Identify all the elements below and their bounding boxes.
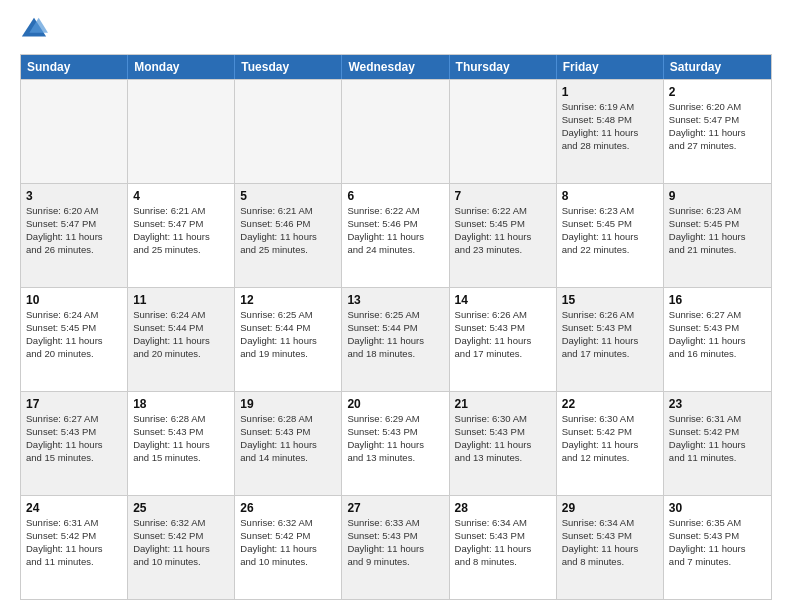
day-info: Sunrise: 6:31 AM Sunset: 5:42 PM Dayligh… <box>669 413 746 462</box>
day-info: Sunrise: 6:32 AM Sunset: 5:42 PM Dayligh… <box>240 517 317 566</box>
calendar-cell: 7Sunrise: 6:22 AM Sunset: 5:45 PM Daylig… <box>450 184 557 287</box>
calendar-cell: 4Sunrise: 6:21 AM Sunset: 5:47 PM Daylig… <box>128 184 235 287</box>
day-number: 10 <box>26 292 122 308</box>
day-of-week-header: Wednesday <box>342 55 449 79</box>
day-of-week-header: Thursday <box>450 55 557 79</box>
day-number: 8 <box>562 188 658 204</box>
calendar-cell: 13Sunrise: 6:25 AM Sunset: 5:44 PM Dayli… <box>342 288 449 391</box>
day-info: Sunrise: 6:25 AM Sunset: 5:44 PM Dayligh… <box>240 309 317 358</box>
day-number: 6 <box>347 188 443 204</box>
calendar-cell: 3Sunrise: 6:20 AM Sunset: 5:47 PM Daylig… <box>21 184 128 287</box>
day-of-week-header: Tuesday <box>235 55 342 79</box>
day-number: 2 <box>669 84 766 100</box>
day-info: Sunrise: 6:30 AM Sunset: 5:43 PM Dayligh… <box>455 413 532 462</box>
day-number: 9 <box>669 188 766 204</box>
calendar-row: 3Sunrise: 6:20 AM Sunset: 5:47 PM Daylig… <box>21 183 771 287</box>
day-number: 5 <box>240 188 336 204</box>
day-number: 18 <box>133 396 229 412</box>
calendar-cell: 23Sunrise: 6:31 AM Sunset: 5:42 PM Dayli… <box>664 392 771 495</box>
calendar-cell: 10Sunrise: 6:24 AM Sunset: 5:45 PM Dayli… <box>21 288 128 391</box>
day-info: Sunrise: 6:32 AM Sunset: 5:42 PM Dayligh… <box>133 517 210 566</box>
day-number: 3 <box>26 188 122 204</box>
calendar-cell: 19Sunrise: 6:28 AM Sunset: 5:43 PM Dayli… <box>235 392 342 495</box>
day-info: Sunrise: 6:21 AM Sunset: 5:46 PM Dayligh… <box>240 205 317 254</box>
day-of-week-header: Friday <box>557 55 664 79</box>
day-info: Sunrise: 6:23 AM Sunset: 5:45 PM Dayligh… <box>669 205 746 254</box>
day-of-week-header: Sunday <box>21 55 128 79</box>
day-info: Sunrise: 6:31 AM Sunset: 5:42 PM Dayligh… <box>26 517 103 566</box>
day-info: Sunrise: 6:33 AM Sunset: 5:43 PM Dayligh… <box>347 517 424 566</box>
day-info: Sunrise: 6:22 AM Sunset: 5:45 PM Dayligh… <box>455 205 532 254</box>
calendar-cell: 24Sunrise: 6:31 AM Sunset: 5:42 PM Dayli… <box>21 496 128 599</box>
calendar-row: 17Sunrise: 6:27 AM Sunset: 5:43 PM Dayli… <box>21 391 771 495</box>
day-number: 26 <box>240 500 336 516</box>
day-info: Sunrise: 6:26 AM Sunset: 5:43 PM Dayligh… <box>455 309 532 358</box>
calendar-cell <box>235 80 342 183</box>
day-number: 15 <box>562 292 658 308</box>
calendar-cell: 5Sunrise: 6:21 AM Sunset: 5:46 PM Daylig… <box>235 184 342 287</box>
day-info: Sunrise: 6:23 AM Sunset: 5:45 PM Dayligh… <box>562 205 639 254</box>
day-info: Sunrise: 6:22 AM Sunset: 5:46 PM Dayligh… <box>347 205 424 254</box>
day-info: Sunrise: 6:26 AM Sunset: 5:43 PM Dayligh… <box>562 309 639 358</box>
day-info: Sunrise: 6:24 AM Sunset: 5:44 PM Dayligh… <box>133 309 210 358</box>
day-number: 24 <box>26 500 122 516</box>
calendar-cell: 21Sunrise: 6:30 AM Sunset: 5:43 PM Dayli… <box>450 392 557 495</box>
calendar-cell: 11Sunrise: 6:24 AM Sunset: 5:44 PM Dayli… <box>128 288 235 391</box>
calendar-cell: 26Sunrise: 6:32 AM Sunset: 5:42 PM Dayli… <box>235 496 342 599</box>
calendar-row: 10Sunrise: 6:24 AM Sunset: 5:45 PM Dayli… <box>21 287 771 391</box>
calendar-cell: 15Sunrise: 6:26 AM Sunset: 5:43 PM Dayli… <box>557 288 664 391</box>
calendar-cell: 28Sunrise: 6:34 AM Sunset: 5:43 PM Dayli… <box>450 496 557 599</box>
page: SundayMondayTuesdayWednesdayThursdayFrid… <box>0 0 792 612</box>
calendar-row: 24Sunrise: 6:31 AM Sunset: 5:42 PM Dayli… <box>21 495 771 599</box>
day-number: 19 <box>240 396 336 412</box>
calendar-cell: 14Sunrise: 6:26 AM Sunset: 5:43 PM Dayli… <box>450 288 557 391</box>
calendar-cell: 8Sunrise: 6:23 AM Sunset: 5:45 PM Daylig… <box>557 184 664 287</box>
day-info: Sunrise: 6:19 AM Sunset: 5:48 PM Dayligh… <box>562 101 639 150</box>
calendar-body: 1Sunrise: 6:19 AM Sunset: 5:48 PM Daylig… <box>21 79 771 599</box>
calendar-cell: 22Sunrise: 6:30 AM Sunset: 5:42 PM Dayli… <box>557 392 664 495</box>
calendar-cell <box>128 80 235 183</box>
calendar-cell: 18Sunrise: 6:28 AM Sunset: 5:43 PM Dayli… <box>128 392 235 495</box>
day-info: Sunrise: 6:21 AM Sunset: 5:47 PM Dayligh… <box>133 205 210 254</box>
day-number: 30 <box>669 500 766 516</box>
day-number: 12 <box>240 292 336 308</box>
calendar-cell: 29Sunrise: 6:34 AM Sunset: 5:43 PM Dayli… <box>557 496 664 599</box>
day-number: 29 <box>562 500 658 516</box>
day-info: Sunrise: 6:27 AM Sunset: 5:43 PM Dayligh… <box>669 309 746 358</box>
calendar-cell: 1Sunrise: 6:19 AM Sunset: 5:48 PM Daylig… <box>557 80 664 183</box>
day-info: Sunrise: 6:29 AM Sunset: 5:43 PM Dayligh… <box>347 413 424 462</box>
day-number: 22 <box>562 396 658 412</box>
day-info: Sunrise: 6:34 AM Sunset: 5:43 PM Dayligh… <box>562 517 639 566</box>
day-number: 21 <box>455 396 551 412</box>
logo <box>20 16 52 44</box>
day-number: 13 <box>347 292 443 308</box>
day-of-week-header: Saturday <box>664 55 771 79</box>
calendar-row: 1Sunrise: 6:19 AM Sunset: 5:48 PM Daylig… <box>21 79 771 183</box>
logo-icon <box>20 16 48 44</box>
day-number: 16 <box>669 292 766 308</box>
calendar-cell <box>342 80 449 183</box>
calendar-cell: 16Sunrise: 6:27 AM Sunset: 5:43 PM Dayli… <box>664 288 771 391</box>
day-number: 7 <box>455 188 551 204</box>
calendar-cell: 20Sunrise: 6:29 AM Sunset: 5:43 PM Dayli… <box>342 392 449 495</box>
day-info: Sunrise: 6:27 AM Sunset: 5:43 PM Dayligh… <box>26 413 103 462</box>
day-number: 17 <box>26 396 122 412</box>
day-info: Sunrise: 6:25 AM Sunset: 5:44 PM Dayligh… <box>347 309 424 358</box>
day-number: 1 <box>562 84 658 100</box>
day-info: Sunrise: 6:28 AM Sunset: 5:43 PM Dayligh… <box>133 413 210 462</box>
day-info: Sunrise: 6:20 AM Sunset: 5:47 PM Dayligh… <box>669 101 746 150</box>
day-info: Sunrise: 6:30 AM Sunset: 5:42 PM Dayligh… <box>562 413 639 462</box>
day-info: Sunrise: 6:35 AM Sunset: 5:43 PM Dayligh… <box>669 517 746 566</box>
day-info: Sunrise: 6:28 AM Sunset: 5:43 PM Dayligh… <box>240 413 317 462</box>
calendar-cell: 9Sunrise: 6:23 AM Sunset: 5:45 PM Daylig… <box>664 184 771 287</box>
day-of-week-header: Monday <box>128 55 235 79</box>
day-number: 28 <box>455 500 551 516</box>
calendar-cell: 17Sunrise: 6:27 AM Sunset: 5:43 PM Dayli… <box>21 392 128 495</box>
calendar-cell: 25Sunrise: 6:32 AM Sunset: 5:42 PM Dayli… <box>128 496 235 599</box>
calendar: SundayMondayTuesdayWednesdayThursdayFrid… <box>20 54 772 600</box>
calendar-cell: 30Sunrise: 6:35 AM Sunset: 5:43 PM Dayli… <box>664 496 771 599</box>
day-number: 11 <box>133 292 229 308</box>
calendar-cell: 12Sunrise: 6:25 AM Sunset: 5:44 PM Dayli… <box>235 288 342 391</box>
day-info: Sunrise: 6:24 AM Sunset: 5:45 PM Dayligh… <box>26 309 103 358</box>
calendar-cell <box>450 80 557 183</box>
